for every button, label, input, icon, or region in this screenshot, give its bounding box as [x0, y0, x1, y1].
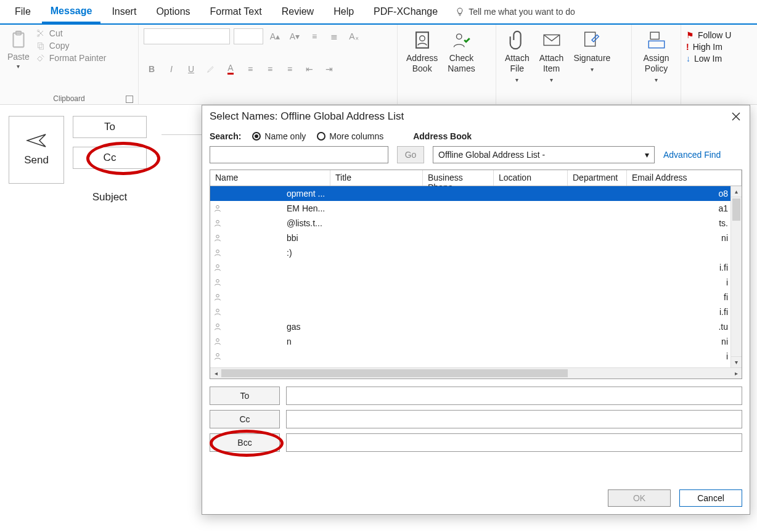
align-center-button[interactable]: ≡ — [262, 61, 278, 77]
horizontal-scrollbar[interactable]: ◂ ▸ — [210, 367, 742, 379]
tab-help[interactable]: Help — [325, 1, 362, 22]
list-item[interactable]: i — [210, 275, 730, 290]
group-names: Address Book Check Names — [398, 25, 496, 104]
vertical-scrollbar[interactable]: ▴ ▾ — [730, 186, 742, 367]
paste-button[interactable]: Paste ▾ — [5, 28, 32, 71]
high-importance-button[interactable]: ! High Im — [686, 42, 752, 52]
address-book-label: Address Book — [406, 53, 438, 74]
search-input[interactable] — [210, 146, 388, 163]
scroll-right-icon[interactable]: ▸ — [730, 370, 742, 377]
tab-message[interactable]: Message — [42, 1, 101, 23]
send-button[interactable]: Send — [9, 116, 64, 184]
format-painter-button[interactable]: Format Painter — [36, 53, 107, 63]
person-icon — [210, 293, 225, 301]
font-family-combo[interactable] — [144, 28, 230, 44]
dialog-close-button[interactable] — [729, 109, 743, 124]
scroll-down-icon[interactable]: ▾ — [731, 356, 742, 367]
align-right-button[interactable]: ≡ — [282, 61, 298, 77]
bullets-button[interactable]: ≡ — [306, 28, 322, 44]
dialog-cc-button[interactable]: Cc — [210, 410, 280, 428]
check-names-button[interactable]: Check Names — [444, 28, 478, 75]
cancel-button[interactable]: Cancel — [679, 489, 742, 507]
list-item[interactable]: i.fi — [210, 305, 730, 319]
col-email[interactable]: Email Address — [627, 170, 742, 186]
list-item[interactable]: fi — [210, 290, 730, 305]
font-size-combo[interactable] — [234, 28, 263, 44]
person-icon — [210, 337, 225, 346]
list-item[interactable]: i.fi — [210, 260, 730, 275]
list-item[interactable]: opment ...o8 — [210, 186, 730, 201]
list-item[interactable]: bbini — [210, 231, 730, 245]
tab-file[interactable]: File — [6, 1, 39, 22]
dialog-cc-input[interactable] — [286, 410, 742, 428]
svg-rect-11 — [650, 32, 659, 39]
low-importance-button[interactable]: ↓ Low Im — [686, 54, 752, 63]
list-header: Name Title Business Phone Location Depar… — [210, 170, 742, 186]
copy-button[interactable]: Copy — [36, 41, 107, 51]
tab-insert[interactable]: Insert — [103, 1, 145, 22]
tab-format-text[interactable]: Format Text — [202, 1, 271, 22]
decrease-indent-button[interactable]: ⇤ — [301, 61, 317, 77]
clipboard-dialog-launcher-icon[interactable] — [126, 96, 133, 103]
tab-review[interactable]: Review — [273, 1, 322, 22]
tab-pdfxchange[interactable]: PDF-XChange — [365, 1, 446, 22]
group-clipboard: Paste ▾ Cut Copy Format Painter Clipbo — [0, 25, 139, 104]
clear-formatting-button[interactable]: Aₓ — [346, 28, 362, 44]
list-item[interactable]: EM Hen...a1 — [210, 201, 730, 216]
col-name[interactable]: Name — [210, 170, 330, 186]
dialog-bcc-input[interactable] — [286, 433, 742, 452]
group-font-paragraph: A▴ A▾ ≡ ≣ Aₓ B I U A ≡ ≡ ≡ ⇤ ⇥ — [139, 25, 398, 104]
cc-button[interactable]: Cc — [73, 147, 147, 169]
grow-font-button[interactable]: A▴ — [267, 28, 283, 44]
increase-indent-button[interactable]: ⇥ — [321, 61, 337, 77]
radio-more-columns[interactable]: More columns — [317, 131, 383, 141]
signature-button[interactable]: Signature ▾ — [570, 28, 614, 84]
person-icon — [210, 263, 225, 272]
ribbon-tabs: File Message Insert Options Format Text … — [0, 0, 757, 25]
list-item[interactable]: i — [210, 349, 730, 364]
font-color-button[interactable]: A — [223, 61, 239, 77]
col-phone[interactable]: Business Phone — [423, 170, 494, 186]
assign-policy-label: Assign Policy — [643, 53, 669, 74]
scroll-thumb[interactable] — [221, 369, 568, 377]
list-item[interactable]: :) — [210, 245, 730, 260]
assign-policy-button[interactable]: Assign Policy ▾ — [637, 28, 676, 84]
go-button[interactable]: Go — [397, 146, 424, 163]
scroll-thumb[interactable] — [732, 198, 740, 221]
col-department[interactable]: Department — [568, 170, 627, 186]
radio-name-only[interactable]: Name only — [252, 131, 306, 141]
ok-button[interactable]: OK — [608, 489, 671, 507]
advanced-find-link[interactable]: Advanced Find — [663, 150, 721, 160]
list-item[interactable]: gas.tu — [210, 319, 730, 334]
bold-button[interactable]: B — [144, 61, 160, 77]
scroll-up-icon[interactable]: ▴ — [731, 186, 742, 197]
list-item[interactable]: @lists.t...ts. — [210, 216, 730, 231]
dialog-to-input[interactable] — [286, 387, 742, 405]
align-left-button[interactable]: ≡ — [242, 61, 258, 77]
highlight-button[interactable] — [203, 61, 219, 77]
underline-button[interactable]: U — [183, 61, 199, 77]
scroll-left-icon[interactable]: ◂ — [210, 370, 221, 377]
tab-options[interactable]: Options — [147, 1, 198, 22]
svg-point-18 — [216, 279, 219, 282]
address-book-select[interactable]: Offline Global Address List - ▾ — [433, 146, 655, 163]
tell-me-search[interactable]: Tell me what you want to do — [455, 7, 575, 17]
clipboard-group-title: Clipboard — [5, 93, 133, 103]
attach-item-button[interactable]: Attach Item ▾ — [536, 28, 568, 84]
attach-file-button[interactable]: Attach File ▾ — [501, 28, 533, 84]
address-book-button[interactable]: Address Book — [403, 28, 441, 75]
numbering-button[interactable]: ≣ — [326, 28, 342, 44]
dialog-bcc-button[interactable]: Bcc — [210, 433, 280, 452]
pen-paper-icon — [581, 30, 602, 51]
to-button[interactable]: To — [73, 116, 147, 138]
exclamation-icon: ! — [686, 42, 689, 52]
cut-button[interactable]: Cut — [36, 28, 107, 38]
dialog-to-button[interactable]: To — [210, 387, 280, 405]
follow-up-button[interactable]: ⚑ Follow U — [686, 30, 752, 40]
shrink-font-button[interactable]: A▾ — [287, 28, 303, 44]
list-item[interactable]: nni — [210, 334, 730, 349]
col-location[interactable]: Location — [494, 170, 568, 186]
list-rows[interactable]: opment ...o8EM Hen...a1@lists.t...ts.bbi… — [210, 186, 730, 367]
italic-button[interactable]: I — [163, 61, 179, 77]
col-title[interactable]: Title — [330, 170, 423, 186]
